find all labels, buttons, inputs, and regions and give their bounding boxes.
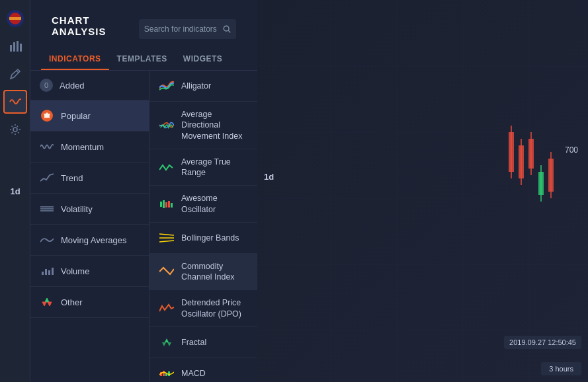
svg-rect-56 <box>168 371 170 376</box>
added-badge: 0 <box>40 79 53 92</box>
svg-line-30 <box>228 30 230 32</box>
atr-icon <box>159 159 175 175</box>
svg-marker-41 <box>48 302 52 306</box>
svg-rect-38 <box>52 268 54 275</box>
svg-marker-50 <box>165 338 169 342</box>
chart-bar-icon[interactable] <box>3 34 27 58</box>
category-label-momentum: Momentum <box>61 142 104 152</box>
dpo-icon <box>159 301 175 317</box>
bb-icon <box>159 230 175 246</box>
svg-point-28 <box>13 128 17 132</box>
svg-rect-36 <box>45 269 47 275</box>
volume-icon <box>40 264 54 278</box>
category-label-other: Other <box>61 297 83 307</box>
category-item-volume[interactable]: Volume <box>30 256 149 287</box>
indicator-name-fractal: Fractal <box>181 337 206 348</box>
category-item-added[interactable]: 0 Added <box>30 71 149 100</box>
fractal-icon <box>159 334 175 350</box>
svg-rect-25 <box>17 41 19 52</box>
svg-line-27 <box>17 71 19 73</box>
svg-marker-40 <box>42 302 46 306</box>
category-item-popular[interactable]: Popular <box>30 100 149 132</box>
content-area: 0 Added Popular <box>30 71 257 382</box>
category-label-popular: Popular <box>61 111 91 121</box>
other-icon <box>40 295 54 309</box>
indicator-list: Alligator Average Directional Movement I… <box>149 71 257 382</box>
indicator-name-macd: MACD <box>181 368 206 379</box>
tab-templates[interactable]: TEMPLATES <box>109 49 175 70</box>
category-item-other[interactable]: Other <box>30 287 149 318</box>
svg-rect-35 <box>42 272 44 275</box>
category-list: 0 Added Popular <box>30 71 149 382</box>
period-badge: 1d <box>264 172 274 182</box>
svg-rect-45 <box>168 201 170 208</box>
ao-icon <box>159 196 175 212</box>
svg-rect-43 <box>163 200 165 208</box>
category-label-volume: Volume <box>61 266 89 276</box>
svg-rect-44 <box>165 202 167 208</box>
period-label: 1d <box>0 186 30 196</box>
trend-icon <box>40 171 54 185</box>
panel-header: CHART ANALYSIS INDICATORS TEMPLATES WIDG… <box>30 0 257 71</box>
svg-rect-46 <box>171 203 173 208</box>
svg-rect-24 <box>13 42 15 52</box>
panel-title: CHART ANALYSIS <box>52 15 139 37</box>
indicator-item-fractal[interactable]: Fractal <box>149 327 257 358</box>
svg-line-49 <box>159 241 174 242</box>
indicator-name-alligator: Alligator <box>181 81 211 91</box>
svg-rect-23 <box>10 45 12 52</box>
tab-indicators[interactable]: INDICATORS <box>41 49 109 70</box>
flag-icon[interactable] <box>3 7 27 30</box>
hours-badge: 3 hours <box>541 362 581 375</box>
category-label-moving-averages: Moving Averages <box>61 235 127 245</box>
indicator-item-cci[interactable]: Commodity Channel Index <box>149 254 257 291</box>
momentum-icon <box>40 139 54 154</box>
svg-rect-42 <box>160 202 162 207</box>
svg-marker-51 <box>162 342 166 346</box>
popular-icon <box>40 108 54 123</box>
volatility-icon <box>40 202 54 216</box>
pencil-icon[interactable] <box>3 62 27 86</box>
tab-widgets[interactable]: WIDGETS <box>175 49 231 70</box>
category-item-moving-averages[interactable]: Moving Averages <box>30 225 149 256</box>
settings-icon[interactable] <box>3 118 27 141</box>
svg-rect-37 <box>48 270 50 275</box>
main-panel: CHART ANALYSIS INDICATORS TEMPLATES WIDG… <box>30 0 257 382</box>
timestamp-badge: 2019.09.27 12:50:45 <box>504 336 581 349</box>
search-icon <box>223 24 231 34</box>
indicator-item-admi[interactable]: Average Directional Movement Index <box>149 102 257 149</box>
chart-right: 1d 700 2019.09.27 12:50:45 3 hours <box>257 0 588 382</box>
svg-rect-26 <box>20 44 22 52</box>
indicator-name-dpo: Detrended Price Oscillator (DPO) <box>181 297 248 319</box>
category-item-volatility[interactable]: Volatility <box>30 194 149 225</box>
indicator-name-cci: Commodity Channel Index <box>181 261 248 283</box>
search-bar[interactable] <box>139 19 236 39</box>
indicator-name-ao: Awesome Oscillator <box>181 193 248 215</box>
indicator-item-macd[interactable]: MACD <box>149 358 257 382</box>
admi-icon <box>159 117 175 133</box>
category-item-trend[interactable]: Trend <box>30 163 149 194</box>
category-label-added: Added <box>60 81 85 91</box>
category-label-volatility: Volatility <box>61 204 93 214</box>
svg-point-29 <box>224 26 229 31</box>
category-item-momentum[interactable]: Momentum <box>30 132 149 163</box>
svg-rect-22 <box>9 17 21 20</box>
indicator-name-bb: Bollinger Bands <box>181 233 239 243</box>
indicator-item-alligator[interactable]: Alligator <box>149 71 257 102</box>
svg-marker-39 <box>45 298 49 302</box>
indicator-name-admi: Average Directional Movement Index <box>181 109 248 141</box>
left-sidebar: 1d <box>0 0 30 382</box>
cci-icon <box>159 264 175 280</box>
indicator-item-bb[interactable]: Bollinger Bands <box>149 223 257 254</box>
price-level-label: 700 <box>565 145 578 155</box>
indicator-item-ao[interactable]: Awesome Oscillator <box>149 186 257 223</box>
indicator-item-atr[interactable]: Average True Range <box>149 149 257 186</box>
search-input[interactable] <box>144 24 219 34</box>
indicator-name-atr: Average True Range <box>181 157 248 178</box>
moving-averages-icon <box>40 233 54 247</box>
tabs-bar: INDICATORS TEMPLATES WIDGETS <box>41 49 247 70</box>
wave-icon[interactable] <box>3 90 27 114</box>
indicator-item-dpo[interactable]: Detrended Price Oscillator (DPO) <box>149 290 257 327</box>
header-row: CHART ANALYSIS <box>41 8 247 44</box>
svg-marker-52 <box>167 342 171 346</box>
